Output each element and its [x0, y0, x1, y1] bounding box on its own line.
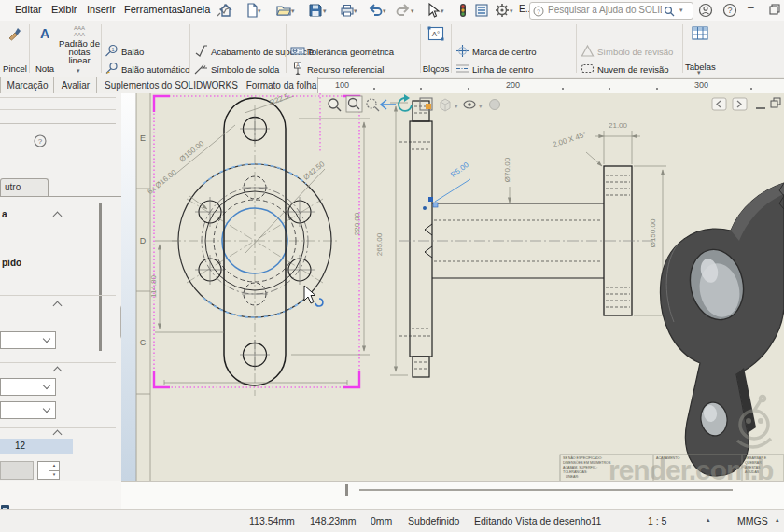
pincel-button[interactable]: Pincel — [2, 26, 28, 74]
weld-symbol-icon — [194, 62, 208, 76]
open-caret[interactable]: ▾ — [291, 7, 295, 15]
dim-hub-width: 21.00 — [609, 121, 628, 130]
appearance-button[interactable] — [490, 100, 500, 110]
centerline-icon — [455, 62, 469, 76]
panel-tab-outro[interactable]: utro — [0, 178, 49, 196]
units-selector-caret[interactable]: ▴ — [776, 516, 779, 524]
panel-value-field[interactable]: 12 — [0, 439, 73, 454]
print-button[interactable] — [340, 3, 355, 18]
marca-centro-button[interactable]: Marca de centro — [455, 44, 469, 61]
panel-spinner[interactable]: ▴ ▾ — [37, 461, 60, 480]
account-icon[interactable] — [698, 3, 713, 18]
menu-exibir[interactable]: Exibir — [51, 4, 77, 15]
center-mark-icon — [455, 44, 469, 58]
tab-formato-folha[interactable]: Formato da folha — [245, 77, 318, 93]
spinner-down[interactable]: ▾ — [49, 471, 59, 479]
redo-caret[interactable]: ▾ — [411, 7, 414, 15]
tab-suplementos[interactable]: Suplementos do SOLIDWORKS — [96, 77, 246, 93]
undo-button[interactable] — [368, 3, 383, 18]
menu-editar[interactable]: Editar — [15, 4, 42, 15]
status-x-coordinate: 113.54mm — [249, 515, 295, 526]
properties-button[interactable] — [474, 3, 489, 18]
select-tool-button[interactable] — [426, 3, 441, 18]
tolerancia-geometrica-button[interactable]: Tolerância geométrica — [290, 44, 305, 61]
save-button[interactable] — [308, 3, 323, 18]
svg-text:E: E — [140, 133, 146, 143]
settings-gear-icon[interactable] — [495, 3, 510, 18]
auto-balloon-icon — [105, 62, 119, 76]
menu-inserir[interactable]: Inserir — [87, 4, 116, 15]
zoom-area-button[interactable] — [346, 96, 362, 112]
help-circle-icon: ? — [533, 6, 544, 17]
section-collapse-chevron-2[interactable] — [53, 301, 63, 311]
spinner-up[interactable]: ▴ — [49, 462, 59, 471]
scale-selector-caret[interactable]: ▴ — [707, 516, 710, 524]
panel-dropdown-2[interactable] — [0, 378, 56, 396]
panel-field-gray[interactable] — [0, 461, 34, 480]
svg-text:render.com.b: render.com.b — [609, 455, 774, 481]
panel-scrollbar[interactable] — [99, 203, 102, 351]
print-caret[interactable]: ▾ — [354, 7, 357, 15]
section-collapse-chevron[interactable] — [53, 212, 63, 221]
svg-text:ACABAM. SUPERFÍC.:: ACABAM. SUPERFÍC.: — [563, 466, 597, 469]
dim-shaft-diameter: Ø70.00 — [503, 157, 511, 182]
padrao-notas-linear-button[interactable]: AAAAAA Padrão denotas linear ▾ — [59, 24, 100, 64]
acabamento-superficie-button[interactable]: Acabamento de superfície — [194, 44, 208, 61]
search-placeholder: Pesquisar a Ajuda do SOLIDW — [548, 5, 662, 15]
new-document-caret[interactable]: ▾ — [258, 7, 261, 15]
tab-marcacao[interactable]: Marcação — [0, 77, 55, 93]
status-units[interactable]: MMGS — [737, 515, 768, 526]
search-caret[interactable]: ▾ — [679, 7, 683, 14]
redo-button[interactable] — [396, 3, 411, 18]
section-collapse-chevron-3[interactable] — [53, 367, 63, 376]
select-tool-caret[interactable]: ▾ — [441, 7, 444, 15]
blocos-button[interactable]: A° Blocos ▾ — [422, 26, 450, 74]
performance-traffic-light-icon[interactable] — [455, 3, 470, 18]
doc-nav-back-button[interactable] — [712, 98, 726, 110]
horizontal-ruler: 100 200 300 — [317, 78, 784, 94]
nota-button[interactable]: A Nota — [32, 26, 58, 74]
blocos-caret[interactable]: ▾ — [433, 69, 437, 77]
display-style-button[interactable] — [441, 99, 450, 111]
balao-button[interactable]: 1 Balão — [105, 44, 119, 61]
dim-total-height: 265.00 — [375, 232, 384, 256]
minimize-button[interactable]: – — [748, 1, 754, 14]
status-bar: 113.54mm 148.23mm 0mm Subdefinido Editan… — [0, 509, 784, 532]
menu-ferramentas[interactable]: Ferramentas — [124, 4, 182, 15]
dimension-grip[interactable] — [428, 197, 433, 202]
doc-nav-forward-button[interactable] — [733, 98, 747, 110]
save-caret[interactable]: ▾ — [323, 7, 327, 15]
blocks-icon: A° — [427, 26, 444, 41]
tabelas-caret[interactable]: ▾ — [697, 69, 701, 77]
revision-symbol-icon — [581, 44, 595, 58]
home-button[interactable] — [218, 3, 233, 18]
horizontal-scrollbar[interactable] — [359, 489, 733, 491]
open-button[interactable] — [276, 3, 291, 18]
settings-caret[interactable]: ▾ — [510, 7, 513, 15]
tab-avaliar[interactable]: Avaliar — [53, 77, 98, 93]
display-style-caret[interactable]: ▾ — [455, 103, 458, 109]
padrao-caret[interactable]: ▾ — [77, 67, 80, 75]
restore-window-button[interactable] — [769, 4, 780, 15]
panel-dropdown-1[interactable] — [0, 331, 56, 349]
search-input[interactable]: ? Pesquisar a Ajuda do SOLIDW ▾ — [529, 2, 693, 20]
panel-help-icon[interactable]: ? — [34, 134, 47, 147]
dim-hub-diameter: Ø150.00 — [649, 218, 657, 247]
undo-caret[interactable]: ▾ — [383, 7, 386, 15]
svg-text:?: ? — [727, 6, 732, 15]
note-icon: A — [37, 26, 52, 41]
help-button[interactable]: ? — [722, 3, 737, 18]
search-icon[interactable] — [664, 6, 675, 17]
tabelas-button[interactable]: Tabelas ▾ — [685, 26, 715, 72]
panel-dropdown-3[interactable] — [0, 401, 56, 419]
svg-text:AAA: AAA — [74, 25, 85, 31]
drawing-canvas[interactable]: E D C — [121, 93, 784, 481]
canvas-margin — [121, 93, 136, 481]
status-scale[interactable]: 1 : 5 — [648, 515, 666, 526]
svg-text:C: C — [140, 338, 147, 347]
svg-text:?: ? — [38, 137, 43, 146]
hide-show-caret[interactable]: ▾ — [479, 103, 483, 109]
section-collapse-chevron-4[interactable] — [53, 430, 63, 440]
dimension-grip-2[interactable] — [433, 203, 438, 207]
menu-janela[interactable]: Janela — [180, 4, 210, 15]
